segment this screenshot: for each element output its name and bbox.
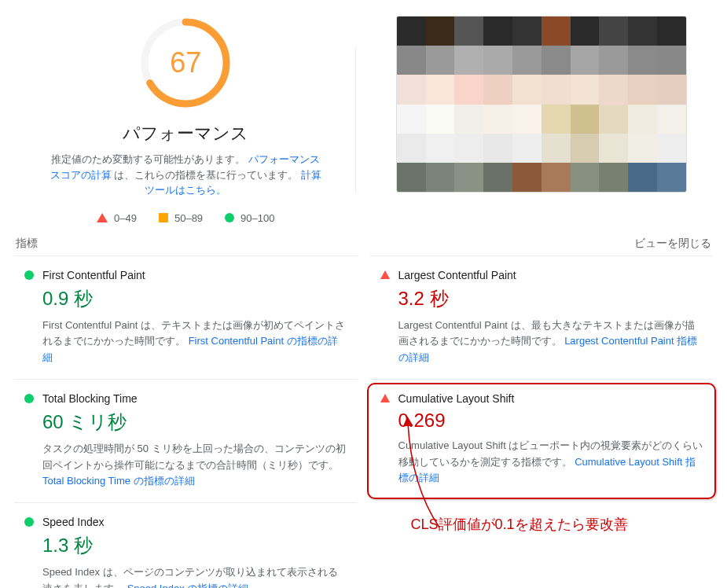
legend-good: 90–100 [225, 212, 274, 224]
metric-tbt-desc: タスクの処理時間が 50 ミリ秒を上回った場合の、コンテンツの初回ペイントから操… [42, 441, 348, 490]
metric-cls-desc: Cumulative Layout Shift はビューポート内の視覚要素がどの… [398, 438, 704, 487]
metric-si: Speed Index 1.3 秒 Speed Index は、ページのコンテン… [14, 502, 358, 588]
legend-good-label: 90–100 [240, 212, 274, 224]
metric-cls-title: Cumulative Layout Shift [398, 392, 515, 405]
legend-mid-label: 50–89 [174, 212, 203, 224]
screenshot-panel [356, 16, 712, 224]
square-orange-icon [159, 213, 168, 222]
metric-lcp-title: Largest Contentful Paint [398, 269, 516, 281]
performance-gauge-panel: 67 パフォーマンス 推定値のため変動する可能性があります。 パフォーマンス ス… [16, 16, 356, 224]
triangle-red-icon [97, 213, 108, 222]
metric-si-title: Speed Index [42, 516, 105, 528]
metric-tbt-desc-text: タスクの処理時間が 50 ミリ秒を上回った場合の、コンテンツの初回ペイントから操… [42, 443, 346, 471]
metric-si-desc: Speed Index は、ページのコンテンツが取り込まれて表示される速さを表し… [42, 564, 348, 588]
performance-gauge: 67 [138, 16, 233, 110]
metric-lcp-value: 3.2 秒 [398, 286, 704, 311]
metric-si-value: 1.3 秒 [42, 533, 348, 558]
perf-sub-text2: は、これらの指標を基に行っています。 [114, 169, 298, 181]
metrics-header: 指標 ビューを閉じる [0, 224, 727, 255]
circle-green-icon [225, 213, 234, 222]
metric-fcp-desc: First Contentful Paint は、テキストまたは画像が初めてペイ… [42, 318, 348, 366]
metric-tbt-value: 60 ミリ秒 [42, 410, 348, 435]
legend-mid: 50–89 [159, 212, 203, 224]
metric-fcp: First Contentful Paint 0.9 秒 First Conte… [14, 255, 358, 379]
metric-lcp: Largest Contentful Paint 3.2 秒 Largest C… [370, 255, 714, 379]
annotation-text: CLS評価値が0.1を超えたら要改善 [380, 515, 704, 534]
performance-title: パフォーマンス [16, 122, 356, 145]
metrics-grid: First Contentful Paint 0.9 秒 First Conte… [0, 255, 727, 589]
metric-cls: Cumulative Layout Shift 0.269 Cumulative… [370, 379, 714, 502]
performance-description: 推定値のため変動する可能性があります。 パフォーマンス スコアの計算 は、これら… [47, 152, 325, 198]
status-good-icon [24, 517, 35, 527]
metric-tbt-title: Total Blocking Time [42, 392, 138, 405]
metric-si-link[interactable]: Speed Index の指標の詳細 [127, 582, 249, 588]
annotation-cell: CLS評価値が0.1を超えたら要改善 [370, 502, 714, 588]
metric-fcp-title: First Contentful Paint [42, 269, 145, 281]
metric-cls-value: 0.269 [398, 410, 704, 432]
perf-sub-text: 推定値のため変動する可能性があります。 [51, 153, 245, 165]
status-good-icon [24, 394, 35, 403]
legend-bad: 0–49 [97, 212, 137, 224]
score-legend: 0–49 50–89 90–100 [16, 212, 356, 224]
metric-tbt: Total Blocking Time 60 ミリ秒 タスクの処理時間が 50 … [14, 379, 358, 502]
status-good-icon [24, 270, 35, 280]
metric-fcp-value: 0.9 秒 [42, 286, 348, 311]
summary-section: 67 パフォーマンス 推定値のため変動する可能性があります。 パフォーマンス ス… [0, 0, 727, 224]
status-bad-icon [380, 394, 391, 402]
metrics-heading: 指標 [16, 237, 38, 251]
legend-bad-label: 0–49 [114, 212, 137, 224]
metric-lcp-desc: Largest Contentful Paint は、最も大きなテキストまたは画… [398, 318, 704, 366]
close-view-button[interactable]: ビューを閉じる [634, 237, 711, 251]
performance-score: 67 [138, 16, 233, 110]
metric-tbt-link[interactable]: Total Blocking Time の指標の詳細 [42, 475, 195, 487]
page-screenshot-thumbnail [396, 16, 687, 193]
status-bad-icon [380, 270, 391, 279]
